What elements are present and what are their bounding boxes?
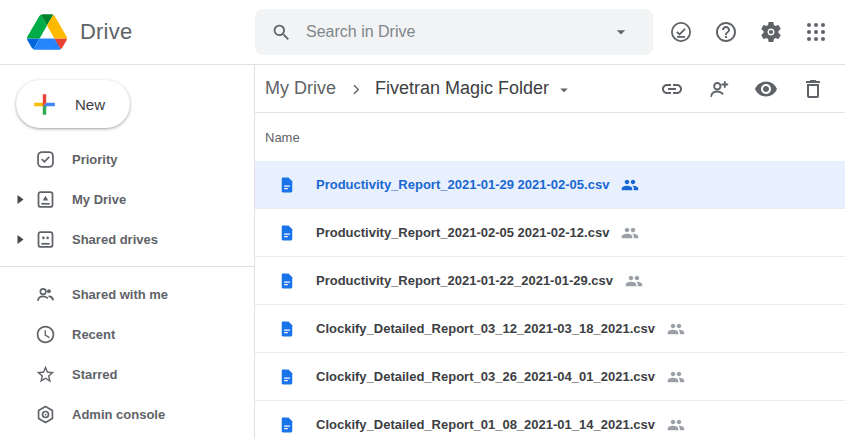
help-icon <box>714 20 738 44</box>
content: My Drive Fivetran Magic Folder Name Prod… <box>255 65 845 439</box>
offline-status-button[interactable] <box>669 20 693 44</box>
topbar-actions <box>669 20 845 44</box>
sidebar-item-recent[interactable]: Recent <box>0 314 254 354</box>
toolbar <box>660 77 825 101</box>
file-list: Productivity_Report_2021-01-29 2021-02-0… <box>255 161 845 439</box>
shared-people-icon <box>667 416 685 434</box>
file-row[interactable]: Clockify_Detailed_Report_03_26_2021-04_0… <box>255 353 845 401</box>
app-name: Drive <box>80 19 132 45</box>
multicolor-plus-icon <box>29 89 60 120</box>
file-row[interactable]: Productivity_Report_2021-01-29 2021-02-0… <box>255 161 845 209</box>
expand-arrow-icon[interactable] <box>8 235 32 244</box>
apps-grid-icon <box>804 20 828 44</box>
file-name: Productivity_Report_2021-02-05 2021-02-1… <box>316 225 609 240</box>
csv-file-icon <box>278 174 296 196</box>
eye-icon <box>754 77 778 101</box>
help-button[interactable] <box>714 20 738 44</box>
drive-logo[interactable]: Drive <box>0 14 255 50</box>
sidebar-item-label: Recent <box>72 327 115 342</box>
search-icon[interactable] <box>271 22 292 43</box>
csv-file-icon <box>278 318 296 340</box>
priority-icon <box>35 149 56 170</box>
sidebar-item-label: Shared drives <box>72 232 158 247</box>
shared-drives-icon <box>35 229 56 250</box>
shared-with-me-icon <box>35 284 56 305</box>
file-row[interactable]: Productivity_Report_2021-01-22_2021-01-2… <box>255 257 845 305</box>
csv-file-icon <box>278 222 296 244</box>
shared-people-icon <box>621 224 639 242</box>
file-name: Clockify_Detailed_Report_03_26_2021-04_0… <box>316 369 655 384</box>
link-icon <box>660 77 684 101</box>
breadcrumb: My Drive Fivetran Magic Folder <box>255 65 845 113</box>
gear-icon <box>759 20 783 44</box>
topbar: Drive Search in Drive <box>0 0 845 65</box>
sidebar-item-label: Starred <box>72 367 118 382</box>
breadcrumb-current-folder[interactable]: Fivetran Magic Folder <box>375 78 549 99</box>
search-bar[interactable]: Search in Drive <box>255 9 653 55</box>
csv-file-icon <box>278 270 296 292</box>
sidebar-item-label: Admin console <box>72 407 165 422</box>
chevron-right-icon <box>348 81 365 98</box>
offline-check-icon <box>669 20 693 44</box>
sidebar-item-starred[interactable]: Starred <box>0 354 254 394</box>
sidebar-divider <box>0 266 254 267</box>
sidebar-nav: Priority My Drive Shared drives Shared w… <box>0 139 254 434</box>
recent-icon <box>35 324 56 345</box>
file-name: Clockify_Detailed_Report_03_12_2021-03_1… <box>316 321 655 336</box>
sidebar-item-priority[interactable]: Priority <box>0 139 254 179</box>
settings-button[interactable] <box>759 20 783 44</box>
sidebar-item-label: Shared with me <box>72 287 168 302</box>
drive-logo-icon <box>27 14 67 50</box>
sidebar: New Priority My Drive Shared drives Shar… <box>0 65 255 439</box>
file-row[interactable]: Clockify_Detailed_Report_03_12_2021-03_1… <box>255 305 845 353</box>
search-options-caret-icon[interactable] <box>611 22 631 42</box>
csv-file-icon <box>278 366 296 388</box>
shared-people-icon <box>667 368 685 386</box>
file-name: Clockify_Detailed_Report_01_08_2021-01_1… <box>316 417 655 432</box>
my-drive-icon <box>35 189 56 210</box>
admin-console-icon <box>35 404 56 425</box>
breadcrumb-parent[interactable]: My Drive <box>265 78 336 99</box>
new-button[interactable]: New <box>16 80 130 128</box>
shared-people-icon <box>625 272 643 290</box>
sidebar-item-admin-console[interactable]: Admin console <box>0 394 254 434</box>
delete-button[interactable] <box>801 77 825 101</box>
file-name: Productivity_Report_2021-01-22_2021-01-2… <box>316 273 613 288</box>
search-input[interactable]: Search in Drive <box>306 23 597 41</box>
sidebar-item-shared-drives[interactable]: Shared drives <box>0 219 254 259</box>
folder-menu-caret-icon[interactable] <box>555 81 573 99</box>
google-apps-button[interactable] <box>804 20 828 44</box>
list-header: Name <box>255 113 845 161</box>
file-row[interactable]: Clockify_Detailed_Report_01_08_2021-01_1… <box>255 401 845 439</box>
sidebar-item-shared-with-me[interactable]: Shared with me <box>0 274 254 314</box>
name-column-header[interactable]: Name <box>265 130 300 145</box>
expand-arrow-icon[interactable] <box>8 195 32 204</box>
shared-people-icon <box>667 320 685 338</box>
get-link-button[interactable] <box>660 77 684 101</box>
preview-button[interactable] <box>754 77 778 101</box>
file-row[interactable]: Productivity_Report_2021-02-05 2021-02-1… <box>255 209 845 257</box>
trash-icon <box>801 77 825 101</box>
new-button-label: New <box>75 96 105 113</box>
share-button[interactable] <box>707 77 731 101</box>
starred-icon <box>35 364 56 385</box>
shared-people-icon <box>621 176 639 194</box>
sidebar-item-label: Priority <box>72 152 118 167</box>
person-add-icon <box>707 77 731 101</box>
file-name: Productivity_Report_2021-01-29 2021-02-0… <box>316 177 609 192</box>
sidebar-item-my-drive[interactable]: My Drive <box>0 179 254 219</box>
csv-file-icon <box>278 414 296 436</box>
sidebar-item-label: My Drive <box>72 192 126 207</box>
